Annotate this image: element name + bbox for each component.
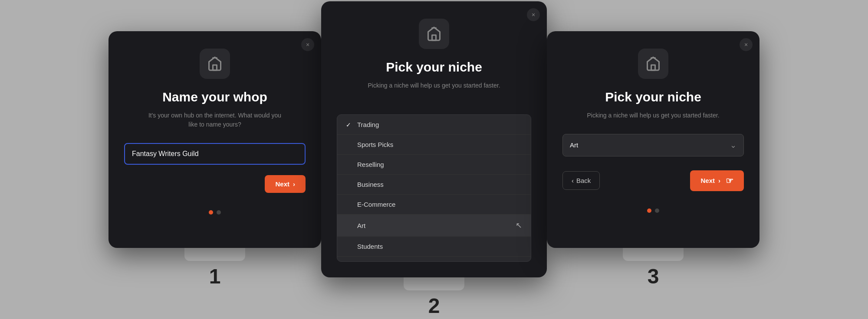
- check-icon-trading: ✓: [346, 121, 353, 128]
- step-number-1: 1: [209, 264, 221, 288]
- store-icon-1: [207, 56, 223, 72]
- cursor-indicator: ↖: [516, 221, 522, 230]
- modal-2-top: Pick your niche Picking a niche will hel…: [321, 19, 547, 104]
- dot-3-inactive: [655, 208, 659, 213]
- chevron-right-icon-3: ›: [718, 177, 720, 184]
- next-button-1[interactable]: Next ›: [265, 175, 306, 193]
- dot-1-active: [209, 210, 213, 215]
- store-icon-box-2: [419, 19, 449, 49]
- hand-cursor-icon: ☞: [726, 176, 733, 186]
- niche-label-sports: Sports Picks: [357, 141, 393, 148]
- selected-niche-value: Art: [570, 141, 578, 149]
- niche-label-students: Students: [357, 243, 383, 250]
- button-row-1: Next ›: [124, 175, 306, 193]
- close-button-1[interactable]: ×: [301, 38, 314, 51]
- store-icon-box-1: [200, 49, 230, 79]
- back-button-3[interactable]: ‹ Back: [562, 171, 600, 190]
- screen-2: × Pick your niche Picking a niche will h…: [321, 1, 547, 318]
- modal-2-subtitle: Picking a niche will help us get you sta…: [368, 81, 500, 90]
- dot-3-active: [647, 208, 651, 213]
- niche-item-students[interactable]: Students: [337, 237, 531, 257]
- pagination-dots-1: [209, 210, 221, 215]
- niche-item-art[interactable]: Art ↖: [337, 215, 531, 237]
- niche-select-dropdown[interactable]: Art ⌄: [562, 134, 744, 156]
- stand-3: [623, 248, 684, 261]
- niche-item-business[interactable]: Business: [337, 175, 531, 195]
- chevron-down-icon: ⌄: [730, 140, 736, 150]
- niche-label-reselling: Reselling: [357, 161, 384, 168]
- chevron-left-icon: ‹: [572, 177, 574, 184]
- screen-1: × Name your whop It's your own hub on th…: [108, 31, 321, 288]
- name-input[interactable]: [124, 143, 306, 165]
- store-icon-3: [645, 56, 661, 72]
- actions-row-3: ‹ Back Next › ☞: [562, 170, 744, 191]
- niche-item-trading[interactable]: ✓ Trading: [337, 115, 531, 135]
- niche-item-lifehacks[interactable]: Life Hacks: [337, 257, 531, 262]
- chevron-right-icon-1: ›: [293, 180, 295, 188]
- modal-1-title: Name your whop: [162, 89, 267, 105]
- close-button-2[interactable]: ×: [527, 8, 540, 21]
- step-number-3: 3: [648, 264, 659, 288]
- modal-2: × Pick your niche Picking a niche will h…: [321, 1, 547, 277]
- stand-2: [404, 277, 464, 290]
- modal-3-title: Pick your niche: [605, 89, 701, 105]
- modal-3-subtitle: Picking a niche will help us get you sta…: [587, 111, 719, 120]
- modal-1-subtitle: It's your own hub on the internet. What …: [145, 111, 284, 129]
- modal-1: × Name your whop It's your own hub on th…: [108, 31, 321, 248]
- next-button-3[interactable]: Next › ☞: [690, 170, 744, 191]
- svg-rect-0: [213, 65, 217, 70]
- niche-label-ecommerce: E-Commerce: [357, 201, 395, 208]
- svg-rect-1: [432, 35, 436, 40]
- niche-item-sports[interactable]: Sports Picks: [337, 135, 531, 155]
- screen-3: × Pick your niche Picking a niche will h…: [547, 31, 760, 288]
- niche-item-ecommerce[interactable]: E-Commerce: [337, 195, 531, 215]
- step-number-2: 2: [428, 294, 440, 318]
- close-button-3[interactable]: ×: [740, 38, 753, 51]
- niche-dropdown-list: ✓ Trading Sports Picks Reselling Busines…: [337, 114, 531, 262]
- dot-1-inactive: [217, 210, 221, 215]
- modal-2-content: ✓ Trading Sports Picks Reselling Busines…: [321, 114, 547, 277]
- niche-label-art: Art: [357, 222, 365, 229]
- niche-label-business: Business: [357, 181, 384, 188]
- stand-1: [184, 248, 245, 261]
- svg-rect-2: [651, 65, 655, 70]
- store-icon-2: [426, 26, 442, 42]
- modal-3: × Pick your niche Picking a niche will h…: [547, 31, 760, 248]
- niche-item-reselling[interactable]: Reselling: [337, 155, 531, 175]
- niche-label-trading: Trading: [357, 121, 379, 128]
- pagination-dots-3: [647, 208, 659, 213]
- modal-2-title: Pick your niche: [386, 59, 482, 75]
- store-icon-box-3: [638, 49, 668, 79]
